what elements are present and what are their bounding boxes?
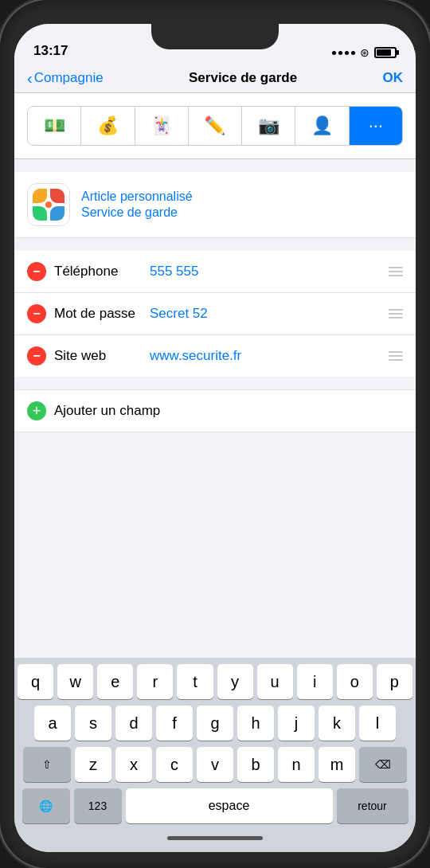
field-row: − Téléphone 555 555 [14, 251, 416, 293]
status-icons: ⊛ [332, 46, 397, 59]
add-field-row[interactable]: + Ajouter un champ [14, 390, 416, 432]
key-b[interactable]: b [237, 747, 274, 782]
key-k[interactable]: k [319, 706, 355, 741]
password-value[interactable]: Secret 52 [150, 306, 381, 322]
return-key[interactable]: retour [337, 788, 408, 823]
keyboard-row-4: 🌐 123 espace retour [18, 788, 412, 823]
icon-tabs: 💵 💰 🃏 ✏️ 📷 👤 ··· [27, 106, 403, 146]
keyboard-row-2: a s d f g h j k l [18, 706, 412, 741]
key-d[interactable]: d [115, 706, 152, 741]
key-y[interactable]: y [217, 664, 253, 699]
phone-screen: 13:17 ⊛ ‹ Compagnie Service de gard [14, 24, 416, 852]
drag-handle [389, 309, 403, 319]
key-o[interactable]: o [337, 664, 373, 699]
tab-edit[interactable]: ✏️ [189, 107, 242, 145]
app-name: Service de garde [81, 205, 193, 220]
app-info: Article personnalisé Service de garde [81, 190, 193, 220]
key-h[interactable]: h [237, 706, 274, 741]
phone-shell: 13:17 ⊛ ‹ Compagnie Service de gard [0, 0, 430, 868]
key-w[interactable]: w [57, 664, 93, 699]
telephone-label: Téléphone [54, 264, 142, 280]
key-m[interactable]: m [319, 747, 355, 782]
nav-back-button[interactable]: ‹ Compagnie [27, 70, 104, 86]
field-row: − Site web www.securite.fr [14, 335, 416, 377]
key-x[interactable]: x [115, 747, 152, 782]
key-t[interactable]: t [177, 664, 213, 699]
content-area: 💵 💰 🃏 ✏️ 📷 👤 ··· [14, 93, 416, 658]
telephone-value[interactable]: 555 555 [150, 264, 381, 280]
status-time: 13:17 [33, 43, 68, 59]
app-category: Article personnalisé [81, 190, 193, 204]
chevron-left-icon: ‹ [27, 70, 33, 86]
add-field-section: + Ajouter un champ [14, 389, 416, 432]
key-i[interactable]: i [297, 664, 333, 699]
fields-section: − Téléphone 555 555 − Mot de passe Secre… [14, 251, 416, 377]
remove-telephone-button[interactable]: − [27, 262, 46, 281]
tab-coins[interactable]: 💰 [81, 107, 135, 145]
tab-money[interactable]: 💵 [28, 107, 81, 145]
home-indicator [18, 827, 412, 849]
field-row: − Mot de passe Secret 52 [14, 293, 416, 335]
key-f[interactable]: f [156, 706, 193, 741]
icon-tabs-section: 💵 💰 🃏 ✏️ 📷 👤 ··· [14, 93, 416, 159]
website-label: Site web [54, 348, 142, 364]
nav-ok-button[interactable]: OK [382, 70, 403, 86]
tab-contact[interactable]: 👤 [295, 107, 349, 145]
key-e[interactable]: e [97, 664, 133, 699]
key-v[interactable]: v [197, 747, 233, 782]
tab-card[interactable]: 🃏 [135, 107, 189, 145]
nav-back-label: Compagnie [34, 70, 104, 86]
keyboard: q w e r t y u i o p a s d f g h j k [14, 658, 416, 852]
numbers-key[interactable]: 123 [74, 788, 122, 823]
key-g[interactable]: g [197, 706, 233, 741]
windmill-logo [31, 187, 66, 222]
shift-key[interactable]: ⇧ [23, 747, 71, 782]
remove-password-button[interactable]: − [27, 304, 46, 323]
key-z[interactable]: z [75, 747, 111, 782]
key-n[interactable]: n [278, 747, 315, 782]
password-label: Mot de passe [54, 306, 142, 322]
nav-title: Service de garde [189, 70, 297, 86]
key-l[interactable]: l [359, 706, 396, 741]
key-s[interactable]: s [75, 706, 111, 741]
remove-website-button[interactable]: − [27, 346, 46, 366]
battery-icon [374, 47, 397, 58]
key-a[interactable]: a [34, 706, 71, 741]
app-header: Article personnalisé Service de garde [14, 172, 416, 238]
signal-icon [332, 51, 355, 55]
drag-handle [389, 351, 403, 361]
notch [151, 24, 279, 49]
key-p[interactable]: p [377, 664, 412, 699]
tab-camera[interactable]: 📷 [242, 107, 295, 145]
drag-handle [389, 267, 403, 276]
delete-key[interactable]: ⌫ [359, 747, 407, 782]
space-key[interactable]: espace [126, 788, 333, 823]
home-bar [167, 836, 263, 840]
key-u[interactable]: u [257, 664, 293, 699]
keyboard-row-1: q w e r t y u i o p [18, 664, 412, 699]
app-icon [27, 183, 70, 226]
wifi-icon: ⊛ [360, 46, 369, 59]
add-field-button[interactable]: + [27, 401, 46, 420]
key-q[interactable]: q [18, 664, 53, 699]
keyboard-row-3: ⇧ z x c v b n m ⌫ [18, 747, 412, 782]
key-c[interactable]: c [156, 747, 193, 782]
key-j[interactable]: j [278, 706, 315, 741]
tab-more[interactable]: ··· [350, 107, 402, 145]
nav-bar: ‹ Compagnie Service de garde OK [14, 64, 416, 93]
add-field-label: Ajouter un champ [54, 403, 160, 419]
website-value[interactable]: www.securite.fr [150, 348, 381, 364]
globe-key[interactable]: 🌐 [22, 788, 70, 823]
key-r[interactable]: r [137, 664, 173, 699]
